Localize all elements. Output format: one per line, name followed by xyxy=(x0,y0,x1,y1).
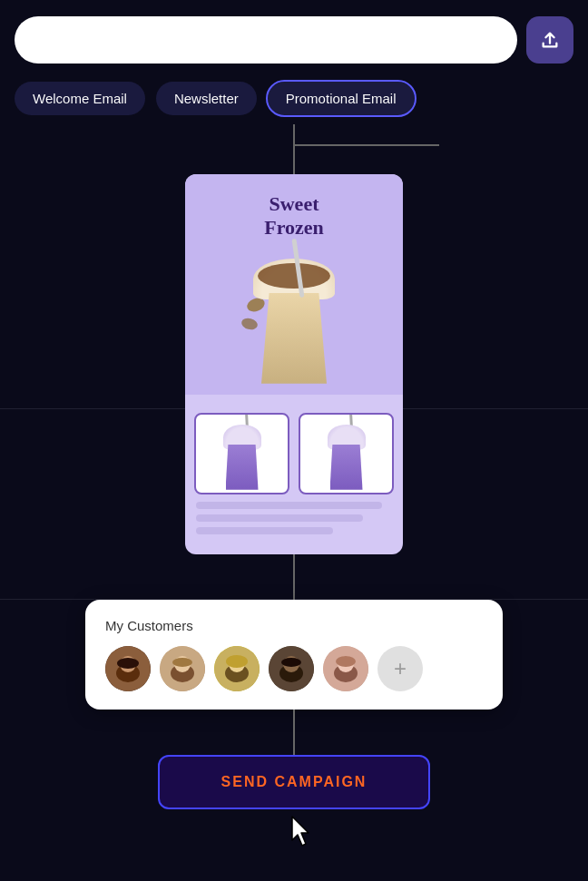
avatar-2-img xyxy=(160,646,205,691)
cursor-indicator xyxy=(289,815,318,853)
upload-icon xyxy=(540,30,560,50)
email-card: Sweet Frozen xyxy=(185,174,403,554)
connector-vertical-top xyxy=(293,124,295,174)
svg-point-15 xyxy=(281,658,301,667)
customers-label: My Customers xyxy=(105,618,483,633)
connector-horizontal-promo xyxy=(294,144,439,146)
upload-button[interactable] xyxy=(526,16,573,64)
drink-small-card-2 xyxy=(299,413,394,494)
main-drink-illustration xyxy=(230,248,358,384)
tag-to-card-connector xyxy=(9,124,579,174)
svg-point-3 xyxy=(117,658,139,669)
avatar-3-img xyxy=(214,646,260,691)
cursor-icon xyxy=(289,815,318,849)
search-input[interactable] xyxy=(15,16,517,64)
svg-point-19 xyxy=(336,656,356,667)
tags-row: Welcome Email Newsletter Promotional Ema… xyxy=(0,73,588,124)
tag-newsletter[interactable]: Newsletter xyxy=(156,82,257,115)
tag-welcome-email[interactable]: Welcome Email xyxy=(15,82,145,115)
tag-promotional-email[interactable]: Promotional Email xyxy=(268,82,415,115)
avatar-4 xyxy=(269,646,314,691)
svg-point-11 xyxy=(226,655,248,668)
customers-to-send-connector xyxy=(293,710,295,755)
svg-point-7 xyxy=(172,658,192,667)
email-title: Sweet Frozen xyxy=(200,192,388,240)
toppings xyxy=(258,263,330,289)
text-line-2 xyxy=(196,514,363,522)
avatar-4-img xyxy=(269,646,314,691)
email-card-header: Sweet Frozen xyxy=(185,174,403,395)
guide-line-2 xyxy=(0,599,588,600)
small-cup-2 xyxy=(330,445,363,490)
send-campaign-wrapper: SEND CAMPAIGN xyxy=(158,755,430,853)
nut-2 xyxy=(240,317,259,331)
avatar-1-img xyxy=(105,646,151,691)
drinks-row xyxy=(185,404,403,494)
card-to-customers-connector xyxy=(293,554,295,600)
avatar-5 xyxy=(323,646,368,691)
avatars-row: + xyxy=(105,646,483,691)
send-campaign-button[interactable]: SEND CAMPAIGN xyxy=(158,755,430,809)
search-area xyxy=(0,0,588,73)
text-line-3 xyxy=(196,527,333,534)
avatar-1 xyxy=(105,646,151,691)
email-card-wrapper: Sweet Frozen xyxy=(185,174,403,554)
page-wrapper: Welcome Email Newsletter Promotional Ema… xyxy=(0,0,588,881)
cup xyxy=(261,293,327,384)
small-drink-1 xyxy=(217,417,267,490)
avatar-2 xyxy=(160,646,205,691)
small-drink-2 xyxy=(321,417,371,490)
small-cup-1 xyxy=(226,445,259,490)
avatar-5-img xyxy=(323,646,368,691)
add-customer-button[interactable]: + xyxy=(377,646,423,691)
avatar-3 xyxy=(214,646,260,691)
drink-small-card-1 xyxy=(194,413,289,494)
customers-card: My Customers xyxy=(85,600,503,710)
text-line-1 xyxy=(196,502,382,509)
main-flow: Sweet Frozen xyxy=(0,124,588,853)
text-lines xyxy=(185,494,403,534)
